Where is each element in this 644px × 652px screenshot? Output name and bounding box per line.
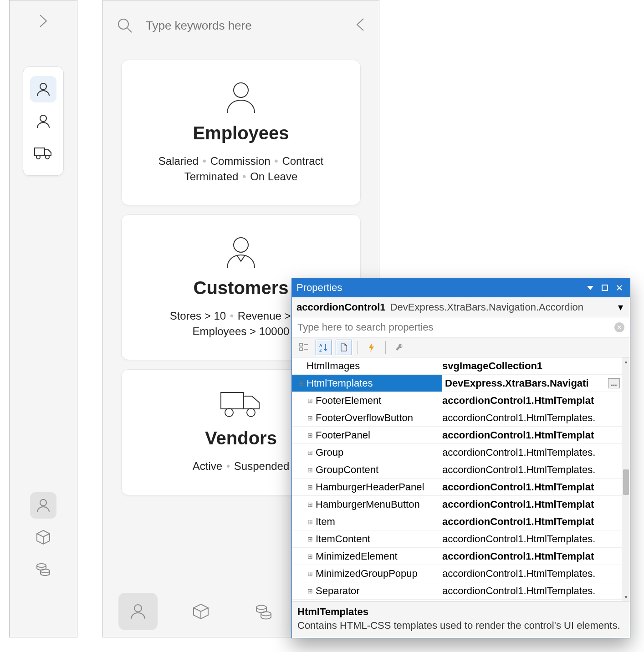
expand-icon[interactable]: ⊞ xyxy=(306,553,315,560)
tag: Employees > 10000 xyxy=(193,325,290,337)
expand-icon[interactable]: ⊞ xyxy=(306,432,315,439)
property-value: accordionControl1.HtmlTemplates. xyxy=(442,533,622,545)
expand-icon[interactable]: ⊞ xyxy=(306,397,315,404)
properties-object-selector[interactable]: accordionControl1 DevExpress.XtraBars.Na… xyxy=(292,297,630,317)
minimized-footer-group xyxy=(23,483,64,591)
property-row[interactable]: ⊞MinimizedGroupPopupaccordionControl1.Ht… xyxy=(292,565,622,582)
properties-title-bar[interactable]: Properties xyxy=(292,278,630,297)
property-row[interactable]: ⊟HtmlTemplatesDevExpress.XtraBars.Naviga… xyxy=(292,375,622,392)
footer-package-button[interactable] xyxy=(181,593,220,630)
categorized-icon xyxy=(299,343,308,352)
property-row[interactable]: ⊞HamburgerHeaderPanelaccordionControl1.H… xyxy=(292,479,622,496)
svg-point-11 xyxy=(234,238,248,252)
object-type: DevExpress.XtraBars.Navigation.Accordion xyxy=(390,301,615,313)
property-row[interactable]: ⊞FooterOverflowButtonaccordionControl1.H… xyxy=(292,409,622,427)
svg-point-6 xyxy=(37,564,46,567)
property-row[interactable]: ⊞HamburgerMenuButtonaccordionControl1.Ht… xyxy=(292,496,622,513)
svg-text:A: A xyxy=(319,343,322,348)
expand-icon[interactable]: ⊞ xyxy=(306,518,315,525)
properties-scrollbar[interactable]: ▲ ▼ xyxy=(622,357,630,601)
card-tags: Salaried • Commission • ContractTerminat… xyxy=(158,153,323,184)
ellipsis-button[interactable]: … xyxy=(608,378,620,388)
property-pages-button[interactable] xyxy=(336,340,352,355)
mini-item-customers[interactable] xyxy=(30,108,56,134)
property-row[interactable]: ⊞FooterElementaccordionControl1.HtmlTemp… xyxy=(292,392,622,409)
property-row[interactable]: HtmlImagessvgImageCollection1 xyxy=(292,357,622,375)
tag: Suspended xyxy=(234,460,289,472)
expand-icon[interactable]: ⊞ xyxy=(306,535,315,543)
property-row[interactable]: ⊞SeparatoraccordionControl1.HtmlTemplate… xyxy=(292,582,622,600)
page-icon xyxy=(339,343,348,352)
package-icon xyxy=(192,602,210,621)
truck-icon xyxy=(34,146,53,160)
scroll-thumb[interactable] xyxy=(623,469,629,495)
toolbar-separator xyxy=(385,341,386,354)
properties-toolbar: AZ xyxy=(292,337,630,357)
search-input[interactable] xyxy=(146,19,355,33)
collapse-button[interactable] xyxy=(355,17,365,34)
property-value[interactable]: DevExpress.XtraBars.Navigati… xyxy=(442,375,622,392)
alphabetical-button[interactable]: AZ xyxy=(316,340,332,355)
person-icon xyxy=(36,82,51,97)
property-name: FooterPanel xyxy=(315,429,442,441)
person-icon xyxy=(223,78,259,115)
collapse-icon[interactable]: ⊟ xyxy=(296,380,306,387)
mini-footer-coins[interactable] xyxy=(30,556,56,582)
footer-coins-button[interactable] xyxy=(244,593,283,630)
dropdown-icon[interactable]: ▾ xyxy=(615,301,625,313)
property-row[interactable]: ⊞ItemContentaccordionControl1.HtmlTempla… xyxy=(292,530,622,548)
mini-item-employees[interactable] xyxy=(30,76,56,102)
property-row[interactable]: ⊞MinimizedElementaccordionControl1.HtmlT… xyxy=(292,548,622,565)
property-row[interactable]: ⊞GroupaccordionControl1.HtmlTemplates. xyxy=(292,444,622,461)
property-name: FooterElement xyxy=(315,395,442,407)
mini-footer-user[interactable] xyxy=(30,492,56,519)
scroll-up-icon[interactable]: ▲ xyxy=(622,357,630,366)
property-name: Group xyxy=(315,447,442,458)
expand-icon[interactable]: ⊞ xyxy=(306,414,315,422)
property-value: accordionControl1.HtmlTemplat xyxy=(442,499,622,510)
svg-rect-22 xyxy=(300,343,302,346)
property-row[interactable]: ⊞FooterPanelaccordionControl1.HtmlTempla… xyxy=(292,427,622,444)
expand-icon[interactable]: ⊞ xyxy=(306,449,315,456)
properties-help-panel: HtmlTemplates Contains HTML-CSS template… xyxy=(292,601,630,638)
lightning-icon xyxy=(368,342,376,352)
svg-point-14 xyxy=(247,408,255,417)
wrench-button[interactable] xyxy=(391,340,408,355)
minimized-top-group xyxy=(23,66,64,176)
property-value: accordionControl1.HtmlTemplates. xyxy=(442,412,622,424)
property-name: GroupContent xyxy=(315,464,442,476)
svg-line-9 xyxy=(128,28,132,32)
properties-search-input[interactable] xyxy=(297,321,614,333)
object-name: accordionControl1 xyxy=(296,301,386,313)
window-maximize-icon[interactable] xyxy=(599,282,611,294)
mini-footer-package[interactable] xyxy=(30,524,56,550)
property-name: HamburgerMenuButton xyxy=(315,499,442,510)
clear-search-icon[interactable]: ✕ xyxy=(614,322,624,332)
expand-icon[interactable]: ⊞ xyxy=(306,570,315,577)
card-employees[interactable]: Employees Salaried • Commission • Contra… xyxy=(121,60,361,205)
property-value: accordionControl1.HtmlTemplat xyxy=(442,481,622,493)
svg-point-10 xyxy=(234,83,248,97)
expand-icon[interactable]: ⊞ xyxy=(306,466,315,474)
chevron-right-icon xyxy=(38,13,48,29)
property-value: accordionControl1.HtmlTemplat xyxy=(442,395,622,407)
svg-marker-18 xyxy=(587,286,593,290)
window-close-icon[interactable] xyxy=(613,282,625,294)
expand-icon[interactable]: ⊞ xyxy=(306,587,315,595)
categorized-button[interactable] xyxy=(296,340,312,355)
expand-button[interactable] xyxy=(10,0,77,41)
expand-icon[interactable]: ⊞ xyxy=(306,484,315,491)
property-row[interactable]: ⊞GroupContentaccordionControl1.HtmlTempl… xyxy=(292,461,622,479)
footer-user-button[interactable] xyxy=(118,593,158,630)
svg-point-17 xyxy=(261,612,271,616)
events-button[interactable] xyxy=(363,340,380,355)
property-row[interactable]: ⊞ItemaccordionControl1.HtmlTemplat xyxy=(292,513,622,530)
tag: Stores > 10 xyxy=(170,310,226,322)
expand-icon[interactable]: ⊞ xyxy=(306,501,315,508)
mini-item-vendors[interactable] xyxy=(30,140,56,166)
tag: Terminated xyxy=(184,170,239,183)
window-options-icon[interactable] xyxy=(584,282,596,294)
property-name: HamburgerHeaderPanel xyxy=(315,481,442,493)
scroll-down-icon[interactable]: ▼ xyxy=(622,593,630,601)
property-value: accordionControl1.HtmlTemplates. xyxy=(442,585,622,597)
